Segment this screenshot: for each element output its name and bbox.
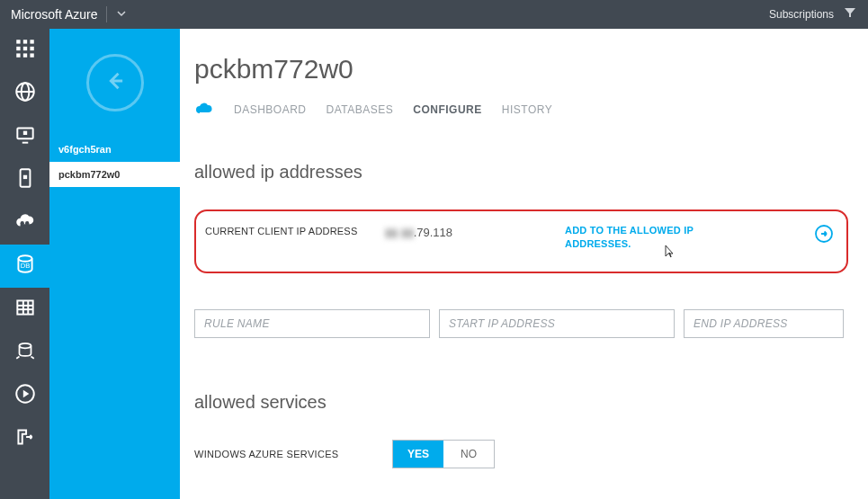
nav-vm[interactable] [0, 115, 49, 158]
back-button[interactable] [86, 54, 144, 111]
chevron-down-icon[interactable] [116, 6, 127, 22]
svg-rect-14 [22, 131, 26, 135]
nav-all-items[interactable] [0, 29, 49, 72]
grid-table-icon [13, 296, 37, 323]
server-item-selected[interactable]: pckbm772w0 [49, 162, 180, 187]
arrow-right-circle-icon[interactable] [814, 224, 834, 247]
section-allowed-ip-title: allowed ip addresses [194, 162, 868, 183]
azure-services-row: WINDOWS AZURE SERVICES YES NO [194, 440, 868, 468]
svg-text:DB: DB [20, 262, 30, 270]
current-ip-value: ▮▮.▮▮.79.118 [385, 224, 565, 239]
rule-name-input[interactable] [194, 309, 430, 338]
svg-rect-16 [22, 175, 26, 179]
monitor-cube-icon [13, 123, 37, 150]
nav-hdinsight[interactable] [0, 331, 49, 374]
mobile-cube-icon [13, 166, 37, 193]
start-ip-input[interactable] [439, 309, 675, 338]
toggle-no[interactable]: NO [443, 441, 494, 468]
top-bar: Microsoft Azure Subscriptions [0, 0, 868, 29]
svg-point-18 [20, 221, 23, 225]
server-item[interactable]: v6fgch5ran [49, 137, 180, 162]
globe-icon [13, 80, 37, 107]
tab-configure[interactable]: CONFIGURE [413, 103, 482, 116]
end-ip-input[interactable] [684, 309, 844, 338]
db-icon: DB [13, 253, 37, 280]
svg-rect-4 [22, 47, 26, 50]
apps-icon [13, 37, 37, 64]
svg-rect-5 [30, 47, 33, 50]
svg-point-19 [18, 255, 31, 262]
current-ip-label: CURRENT CLIENT IP ADDRESS [205, 224, 385, 236]
export-icon [13, 425, 37, 452]
play-circle-icon [13, 382, 37, 409]
subscriptions-link[interactable]: Subscriptions [769, 8, 834, 21]
nav-rail: DB [0, 29, 49, 499]
azure-services-label: WINDOWS AZURE SERVICES [194, 449, 356, 459]
divider [106, 6, 107, 22]
brand-label: Microsoft Azure [11, 7, 97, 22]
arrow-left-icon [103, 68, 128, 97]
cloud-icon [194, 101, 214, 119]
svg-rect-21 [17, 300, 32, 314]
svg-rect-8 [30, 53, 33, 57]
ip-rule-inputs [194, 309, 868, 338]
add-to-allowed-link[interactable]: ADD TO THE ALLOWED IP ADDRESSES. [565, 224, 718, 252]
tabs: DASHBOARD DATABASES CONFIGURE HISTORY [194, 101, 868, 119]
tab-history[interactable]: HISTORY [502, 103, 552, 116]
svg-rect-6 [16, 53, 20, 57]
svg-rect-0 [16, 40, 20, 43]
azure-services-toggle[interactable]: YES NO [392, 440, 495, 468]
toggle-yes[interactable]: YES [393, 441, 443, 468]
content-area: pckbm772w0 DASHBOARD DATABASES CONFIGURE… [180, 29, 868, 499]
current-ip-box: CURRENT CLIENT IP ADDRESS ▮▮.▮▮.79.118 A… [194, 209, 848, 273]
topbar-right: Subscriptions [769, 5, 857, 23]
nav-cloud[interactable] [0, 201, 49, 245]
filter-icon[interactable] [843, 5, 857, 23]
svg-rect-7 [22, 53, 26, 57]
svg-rect-1 [22, 40, 26, 43]
section-allowed-services-title: allowed services [194, 392, 868, 413]
svg-point-26 [19, 343, 31, 348]
server-side-panel: v6fgch5ran pckbm772w0 [49, 29, 180, 499]
tab-dashboard[interactable]: DASHBOARD [234, 103, 307, 116]
tab-databases[interactable]: DATABASES [327, 103, 394, 116]
nav-storage[interactable] [0, 288, 49, 331]
svg-rect-3 [16, 47, 20, 50]
cloud-gear-icon [13, 209, 37, 236]
svg-point-17 [25, 221, 29, 225]
nav-servicebus[interactable] [0, 417, 49, 460]
svg-rect-2 [30, 40, 33, 43]
nav-media[interactable] [0, 374, 49, 417]
db-arrows-icon [13, 339, 37, 366]
nav-web[interactable] [0, 72, 49, 115]
topbar-left: Microsoft Azure [11, 6, 127, 22]
nav-sql-db[interactable]: DB [0, 245, 49, 288]
page-title: pckbm772w0 [194, 54, 868, 85]
nav-mobile[interactable] [0, 158, 49, 201]
